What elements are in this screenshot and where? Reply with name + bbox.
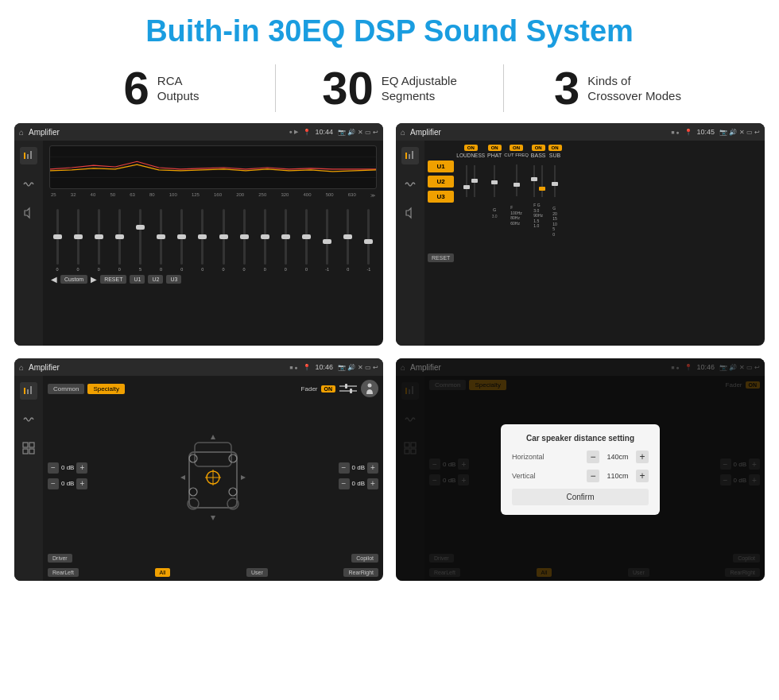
loudness-on-badge[interactable]: ON [464,145,478,151]
amp-location-icon: 📍 [684,129,692,136]
svg-rect-26 [27,389,29,394]
fader-dot-icons: ■ ● [289,365,297,370]
eq-slider-16[interactable]: -1 [362,209,375,272]
stat-rca: 6 RCAOutputs [48,65,275,111]
db-plus-fr[interactable]: + [367,462,378,474]
fader-all-btn[interactable]: All [155,568,171,577]
eq-slider-5[interactable]: 5 [134,209,147,272]
eq-u2-btn[interactable]: U2 [148,275,163,284]
eq-u3-btn[interactable]: U3 [166,275,181,284]
horizontal-label: Horizontal [512,453,560,461]
eq-slider-1[interactable]: 0 [51,209,64,272]
db-value-fl: 0 dB [61,464,74,471]
fader-person-icon [361,380,378,397]
amp-reset-btn[interactable]: RESET [428,253,454,262]
svg-rect-29 [29,443,34,447]
fader-sidebar-icon-expand[interactable] [20,439,37,457]
amp-sidebar-icon-wave[interactable] [401,176,419,193]
horizontal-stepper: − 140cm + [587,451,649,463]
svg-rect-0 [24,153,25,159]
bass-on-badge[interactable]: ON [532,145,545,151]
dialog-horizontal-row: Horizontal − 140cm + [512,451,649,463]
db-minus-rl[interactable]: − [48,478,59,489]
vertical-minus-btn[interactable]: − [587,470,599,482]
eq-slider-2[interactable]: 0 [72,209,84,272]
fader-specialty-tab[interactable]: Specialty [87,384,124,394]
svg-rect-2 [30,151,32,159]
eq-sidebar-icon-active[interactable] [20,147,37,164]
svg-rect-22 [539,187,545,191]
stats-row: 6 RCAOutputs 30 EQ AdjustableSegments 3 … [0,56,779,123]
svg-rect-33 [339,390,357,392]
distance-dialog: Car speaker distance setting Horizontal … [501,424,660,515]
amp-sidebar-icon-active[interactable] [401,147,419,164]
db-plus-rr[interactable]: + [367,478,378,489]
svg-point-44 [189,454,197,462]
dialog-screen: ⌂ Amplifier ■ ● 📍 10:46 📷 🔊 ✕ ▭ ↩ [396,358,765,581]
sub-on-badge[interactable]: ON [548,145,562,151]
amp-col-sub: ON SUB G20151050 [548,145,562,342]
amp-sidebar-icon-vol[interactable] [401,204,419,222]
eq-prev-icon[interactable]: ◀ [51,275,57,284]
eq-slider-11[interactable]: 0 [258,209,271,272]
amp-u3-btn[interactable]: U3 [428,191,454,203]
amp-col-bass: ON BASS F G3.090Hz1.51.0 [531,145,546,342]
svg-rect-38 [195,443,231,466]
db-minus-rr[interactable]: − [339,478,350,489]
fader-label: Fader [301,385,318,393]
eq-slider-9[interactable]: 0 [217,209,230,272]
phat-on-badge[interactable]: ON [488,145,502,151]
eq-dot-icons: ● ▶ [289,129,297,135]
eq-bottom-bar: ◀ Custom ▶ RESET U1 U2 U3 [49,272,377,285]
svg-rect-18 [514,183,520,187]
eq-reset-btn[interactable]: RESET [100,275,126,284]
eq-play-icon[interactable]: ▶ [91,275,97,284]
eq-slider-13[interactable]: 0 [300,209,313,272]
fader-copilot-btn[interactable]: Copilot [351,554,378,563]
eq-sidebar-icon-wave[interactable] [20,176,37,193]
fader-on-badge[interactable]: ON [321,385,336,393]
db-minus-fr[interactable]: − [339,462,350,474]
fader-bottom-btns: Driver Copilot [48,554,378,563]
eq-screen: ⌂ Amplifier ● ▶ 📍 10:44 📷 🔊 ✕ ▭ ↩ [14,123,383,346]
amp-u1-btn[interactable]: U1 [428,160,454,172]
eq-u1-btn[interactable]: U1 [130,275,145,284]
db-minus-fl[interactable]: − [48,462,59,474]
svg-rect-31 [29,449,34,454]
eq-slider-14[interactable]: -1 [321,209,334,272]
horizontal-plus-btn[interactable]: + [636,451,649,463]
fader-sidebar-icon-wave[interactable] [20,411,37,428]
horizontal-minus-btn[interactable]: − [587,451,599,463]
amp-u2-btn[interactable]: U2 [428,176,454,188]
eq-slider-8[interactable]: 0 [196,209,209,272]
page-title: Buith-in 30EQ DSP Sound System [0,0,779,56]
confirm-button[interactable]: Confirm [512,489,649,505]
eq-slider-3[interactable]: 0 [92,209,105,272]
vertical-plus-btn[interactable]: + [636,470,649,482]
svg-rect-16 [491,180,498,184]
eq-slider-6[interactable]: 0 [155,209,168,272]
eq-sidebar-icon-speaker[interactable] [20,204,37,222]
db-plus-rl[interactable]: + [76,478,87,489]
eq-slider-10[interactable]: 0 [238,209,250,272]
eq-custom-btn[interactable]: Custom [60,275,87,284]
stat-number-eq: 30 [322,65,374,111]
fader-user-btn[interactable]: User [246,568,268,577]
eq-slider-7[interactable]: 0 [176,209,188,272]
fader-rearright-btn[interactable]: RearRight [343,568,378,577]
db-plus-fl[interactable]: + [76,462,87,474]
eq-slider-15[interactable]: 0 [342,209,355,272]
eq-slider-4[interactable]: 0 [113,209,126,272]
sub-label: SUB [549,153,560,158]
svg-rect-35 [350,389,352,393]
fader-driver-btn[interactable]: Driver [48,554,72,563]
amp-time: 10:45 [697,128,715,136]
fader-sidebar-icon-active[interactable] [20,382,37,400]
eq-slider-12[interactable]: 0 [279,209,292,272]
svg-rect-9 [412,151,413,159]
cutfreq-on-badge[interactable]: ON [510,145,523,151]
eq-screen-title: Amplifier [29,128,284,137]
fader-rearleft-btn[interactable]: RearLeft [48,568,79,577]
fader-common-tab[interactable]: Common [48,384,84,394]
stat-number-crossover: 3 [554,65,579,111]
